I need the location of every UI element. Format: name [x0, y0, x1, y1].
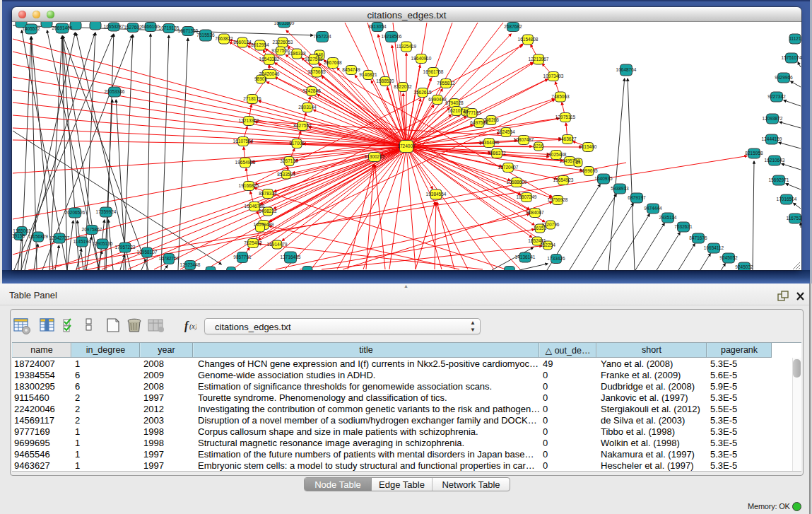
- svg-text:12093872: 12093872: [763, 116, 783, 121]
- svg-text:9329966: 9329966: [775, 75, 793, 80]
- svg-text:8215958: 8215958: [745, 151, 763, 156]
- svg-text:8660124: 8660124: [233, 40, 252, 45]
- svg-text:9327508: 9327508: [305, 57, 323, 62]
- svg-text:12213967: 12213967: [529, 57, 549, 62]
- svg-text:9857791: 9857791: [233, 255, 252, 259]
- svg-text:8454749: 8454749: [342, 67, 360, 72]
- svg-text:2718176: 2718176: [243, 96, 261, 101]
- svg-text:9463627: 9463627: [558, 136, 577, 141]
- svg-text:746266: 746266: [483, 117, 499, 122]
- svg-text:16782759: 16782759: [159, 256, 180, 261]
- svg-text:1167534: 1167534: [787, 216, 801, 221]
- svg-text:9115460: 9115460: [579, 144, 597, 149]
- svg-text:12942737: 12942737: [49, 235, 70, 240]
- svg-text:9227342: 9227342: [767, 94, 786, 99]
- svg-text:16671355: 16671355: [178, 28, 199, 33]
- svg-text:3267130: 3267130: [280, 158, 298, 163]
- svg-text:17016504: 17016504: [777, 197, 797, 201]
- svg-text:7515526: 7515526: [196, 33, 215, 37]
- svg-text:9146821: 9146821: [359, 72, 377, 77]
- svg-text:7857224: 7857224: [313, 34, 331, 39]
- svg-text:84: 84: [575, 160, 581, 165]
- svg-text:10046788: 10046788: [245, 204, 265, 209]
- svg-text:15720407: 15720407: [498, 165, 519, 170]
- svg-text:17957223: 17957223: [115, 245, 136, 250]
- svg-text:9327500: 9327500: [271, 48, 290, 53]
- svg-text:7955812: 7955812: [437, 81, 455, 86]
- svg-text:16961758: 16961758: [423, 69, 444, 74]
- svg-text:7663822: 7663822: [215, 36, 233, 41]
- svg-text:10719135: 10719135: [159, 25, 180, 30]
- svg-text:3624554: 3624554: [497, 129, 515, 134]
- svg-text:23420046: 23420046: [259, 71, 280, 76]
- svg-text:12905135: 12905135: [93, 241, 113, 246]
- svg-text:1145194: 1145194: [73, 239, 91, 244]
- svg-text:16154808: 16154808: [518, 37, 539, 42]
- svg-text:12923448: 12923448: [180, 262, 201, 267]
- svg-text:20975867: 20975867: [82, 227, 102, 232]
- svg-text:f: f: [184, 320, 189, 332]
- svg-text:(x): (x): [189, 322, 196, 331]
- svg-text:9242848: 9242848: [302, 88, 321, 93]
- svg-text:10807487: 10807487: [514, 137, 534, 142]
- svg-text:20206526: 20206526: [65, 210, 86, 215]
- svg-text:16914479: 16914479: [267, 242, 288, 247]
- svg-text:11325419: 11325419: [396, 44, 417, 49]
- svg-text:23226053: 23226053: [273, 40, 293, 45]
- svg-text:10688609: 10688609: [507, 180, 527, 185]
- svg-text:252254: 252254: [540, 243, 555, 247]
- svg-text:7485063: 7485063: [551, 94, 570, 99]
- svg-text:8427552: 8427552: [293, 123, 312, 128]
- svg-text:18807249: 18807249: [517, 194, 537, 199]
- svg-text:14136141: 14136141: [515, 255, 536, 259]
- svg-text:19384554: 19384554: [426, 192, 447, 197]
- svg-text:1733426: 1733426: [547, 256, 565, 261]
- svg-text:13716485: 13716485: [281, 255, 301, 259]
- svg-text:6879197: 6879197: [628, 195, 646, 200]
- svg-text:817006: 817006: [289, 141, 305, 146]
- svg-text:12213369: 12213369: [239, 118, 259, 123]
- svg-text:8912954: 8912954: [251, 42, 269, 47]
- svg-text:5938913: 5938913: [611, 186, 629, 191]
- svg-text:19654985: 19654985: [235, 160, 256, 165]
- svg-text:39158: 39158: [12, 233, 25, 238]
- svg-text:8471676: 8471676: [689, 235, 707, 240]
- svg-text:10648764: 10648764: [616, 67, 637, 72]
- svg-text:15751074: 15751074: [782, 55, 801, 60]
- svg-text:2935114: 2935114: [659, 215, 677, 220]
- svg-text:1120796: 1120796: [542, 222, 560, 227]
- svg-text:10025438: 10025438: [546, 152, 567, 157]
- svg-text:10973493: 10973493: [543, 74, 564, 78]
- svg-text:7632621: 7632621: [674, 224, 693, 229]
- svg-text:10958107: 10958107: [137, 250, 158, 255]
- svg-text:1724007: 1724007: [397, 144, 416, 148]
- svg-text:8533594: 8533594: [277, 172, 295, 177]
- svg-text:3875685: 3875685: [307, 69, 326, 74]
- svg-text:2803144: 2803144: [298, 105, 317, 110]
- svg-text:5498222: 5498222: [259, 209, 277, 214]
- svg-text:98901: 98901: [254, 76, 267, 81]
- svg-text:16107554: 16107554: [233, 139, 254, 144]
- svg-text:19756928: 19756928: [548, 197, 568, 202]
- svg-text:1640935: 1640935: [594, 176, 613, 181]
- svg-text:20364436: 20364436: [479, 140, 500, 145]
- svg-text:1527602: 1527602: [124, 25, 142, 30]
- svg-text:9699695: 9699695: [579, 168, 598, 173]
- svg-text:8813054: 8813054: [368, 24, 387, 29]
- svg-text:7986372: 7986372: [488, 151, 506, 156]
- svg-text:2687682: 2687682: [504, 24, 522, 29]
- svg-text:9245032: 9245032: [735, 264, 753, 269]
- svg-text:6794028: 6794028: [445, 100, 464, 105]
- svg-text:9474444: 9474444: [644, 206, 662, 211]
- svg-text:7625402: 7625402: [244, 240, 262, 245]
- svg-text:6216: 6216: [534, 144, 544, 148]
- svg-text:19654923: 19654923: [553, 177, 574, 182]
- svg-text:6990448: 6990448: [428, 97, 447, 102]
- svg-text:1405572: 1405572: [22, 26, 40, 31]
- svg-text:19218506: 19218506: [382, 34, 402, 39]
- svg-text:9084067: 9084067: [526, 210, 544, 215]
- svg-text:20691406: 20691406: [52, 25, 73, 30]
- svg-text:11121: 11121: [789, 36, 801, 41]
- svg-text:16210643: 16210643: [765, 158, 785, 163]
- svg-text:6466160: 6466160: [141, 24, 160, 29]
